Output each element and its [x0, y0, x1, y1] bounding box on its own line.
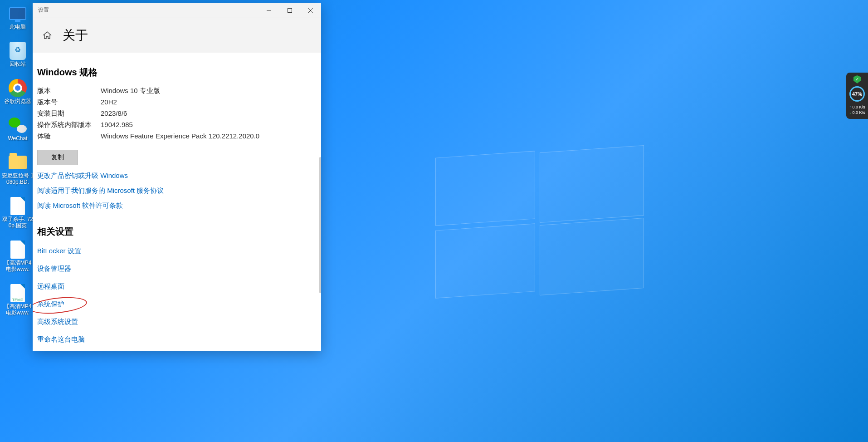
system-monitor-widget[interactable]: 47% 0.0 K/s 0.0 K/s [846, 73, 868, 119]
link-change-product-key[interactable]: 更改产品密钥或升级 Windows [37, 172, 310, 180]
svg-rect-1 [288, 8, 292, 12]
desktop-icon-label: 此电脑 [2, 24, 34, 30]
related-link-system-protection[interactable]: 系统保护 [37, 300, 310, 309]
settings-window: 设置 关于 Windows 规格 版本 Windows 10 专业版 [33, 3, 321, 351]
spec-row-install-date: 安装日期 2023/8/6 [37, 109, 310, 118]
desktop-icon-label: 【高清MP4 电影www. [2, 303, 34, 316]
spec-row-experience: 体验 Windows Feature Experience Pack 120.2… [37, 132, 310, 141]
chrome-icon [9, 79, 27, 97]
related-link-remote-desktop[interactable]: 远程桌面 [37, 282, 310, 291]
desktop-icon-label: 【高清MP4 电影www. [2, 260, 34, 272]
file-icon [10, 241, 25, 259]
spec-key: 安装日期 [37, 109, 101, 118]
spec-row-os-build: 操作系统内部版本 19042.985 [37, 121, 310, 129]
spec-row-edition: 版本 Windows 10 专业版 [37, 87, 310, 95]
link-ms-services-agreement[interactable]: 阅读适用于我们服务的 Microsoft 服务协议 [37, 187, 310, 195]
spec-value: Windows 10 专业版 [101, 87, 160, 95]
related-link-rename-pc[interactable]: 重命名这台电脑 [37, 335, 310, 344]
spec-key: 操作系统内部版本 [37, 121, 101, 129]
desktop-icon-label: 谷歌浏览器 [2, 98, 34, 104]
upload-speed: 0.0 K/s [846, 104, 868, 110]
spec-row-version: 版本号 20H2 [37, 98, 310, 107]
desktop-icon-folder[interactable]: 安尼亚拉号 1080p.BD. [2, 153, 34, 185]
home-button[interactable] [38, 26, 56, 44]
desktop-icon-chrome[interactable]: 谷歌浏览器 [2, 79, 34, 104]
file-icon: TEMP [10, 284, 25, 302]
desktop-icon-this-pc[interactable]: 此电脑 [2, 5, 34, 30]
windows-logo-wallpaper [435, 154, 644, 295]
desktop-icon-label: 双子杀手. 720p.国英 [2, 216, 34, 229]
usage-ring: 47% [849, 86, 865, 102]
shield-icon [853, 75, 861, 83]
spec-value: 2023/8/6 [101, 109, 127, 118]
page-title: 关于 [63, 27, 88, 44]
folder-icon [9, 156, 27, 169]
minimize-button[interactable] [258, 3, 279, 18]
home-icon [43, 31, 52, 40]
close-button[interactable] [300, 3, 321, 18]
page-header: 关于 [33, 18, 321, 53]
net-stats: 0.0 K/s 0.0 K/s [846, 104, 868, 115]
download-speed: 0.0 K/s [846, 110, 868, 115]
scrollbar[interactable] [319, 157, 321, 293]
link-ms-license-terms[interactable]: 阅读 Microsoft 软件许可条款 [37, 201, 310, 210]
pc-icon [9, 7, 26, 20]
related-settings-heading: 相关设置 [37, 226, 310, 238]
desktop-icon-file-temp[interactable]: TEMP 【高清MP4 电影www. [2, 284, 34, 316]
window-title: 设置 [38, 6, 49, 14]
desktop-icon-file[interactable]: 【高清MP4 电影www. [2, 241, 34, 272]
settings-content: Windows 规格 版本 Windows 10 专业版 版本号 20H2 安装… [33, 53, 321, 351]
desktop-icon-label: 回收站 [2, 61, 34, 67]
window-controls [258, 3, 321, 18]
title-bar[interactable]: 设置 [33, 3, 321, 18]
spec-key: 体验 [37, 132, 101, 141]
maximize-button[interactable] [279, 3, 300, 18]
related-link-bitlocker[interactable]: BitLocker 设置 [37, 247, 310, 255]
spec-value: Windows Feature Experience Pack 120.2212… [101, 132, 259, 141]
spec-value: 20H2 [101, 98, 117, 107]
recycle-bin-icon [10, 42, 26, 60]
desktop-icon-wechat[interactable]: WeChat [2, 116, 34, 142]
related-link-device-manager[interactable]: 设备管理器 [37, 265, 310, 273]
spec-key: 版本号 [37, 98, 101, 107]
copy-button[interactable]: 复制 [37, 150, 78, 165]
desktop-icon-label: WeChat [2, 135, 34, 142]
wechat-icon [9, 118, 27, 133]
related-link-advanced-system[interactable]: 高级系统设置 [37, 318, 310, 326]
desktop-icon-file[interactable]: 双子杀手. 720p.国英 [2, 197, 34, 229]
windows-specs-heading: Windows 规格 [37, 66, 310, 79]
spec-value: 19042.985 [101, 121, 133, 129]
desktop-icon-recycle-bin[interactable]: 回收站 [2, 42, 34, 67]
spec-key: 版本 [37, 87, 101, 95]
file-icon [10, 197, 25, 215]
desktop-icon-label: 安尼亚拉号 1080p.BD. [2, 172, 34, 185]
desktop-icons-column: 此电脑 回收站 谷歌浏览器 WeChat 安尼亚拉号 1080p.BD. 双子杀… [2, 5, 34, 328]
